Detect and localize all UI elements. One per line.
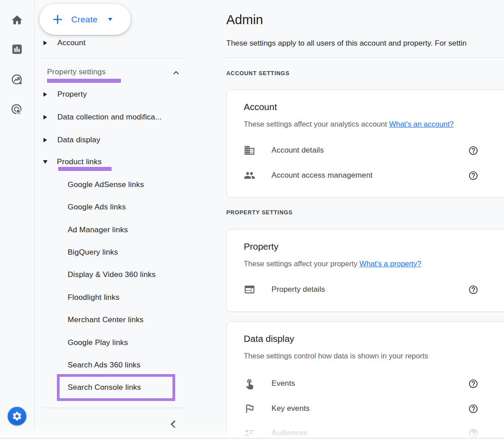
sidebar-item-label: Product links — [57, 158, 102, 166]
explore-icon[interactable] — [11, 73, 23, 86]
sidebar-item-search-console-links[interactable]: Search Console links — [68, 382, 141, 393]
card-row-label: Account details — [271, 146, 468, 155]
card-title: Property — [244, 241, 278, 252]
card-row-account-access-management[interactable]: Account access management — [244, 168, 478, 183]
card-row-label: Events — [271, 379, 468, 388]
divider — [226, 57, 504, 58]
sidebar-item-label: Google Ads links — [68, 203, 126, 212]
create-label: Create — [71, 15, 98, 25]
collapse-sidebar-chevron-left-icon[interactable] — [168, 419, 178, 429]
page-title: Admin — [226, 13, 263, 27]
sidebar-item-label: Search Console links — [68, 383, 141, 392]
card-title: Data display — [244, 333, 294, 344]
web-icon — [244, 284, 255, 295]
card-row-audiences[interactable]: Audiences — [244, 426, 478, 439]
sidebar-item-account[interactable]: Account — [43, 37, 86, 49]
divider — [43, 58, 181, 59]
sidebar-item-label: Google Play links — [68, 338, 128, 347]
section-label-property-settings: PROPERTY SETTINGS — [226, 209, 293, 216]
sidebar-item-product-links[interactable]: Product links — [43, 156, 102, 168]
annotation-underline-product-links — [58, 167, 112, 171]
section-label-account-settings: ACCOUNT SETTINGS — [226, 70, 289, 77]
ga-admin-page: Create Account Property settings Propert… — [0, 0, 504, 439]
sidebar-item-property[interactable]: Property — [43, 89, 87, 100]
settings-gear-icon[interactable] — [8, 407, 26, 426]
expand-right-icon — [43, 92, 47, 97]
expand-down-icon — [43, 160, 47, 164]
card-description: These settings affect your property What… — [244, 260, 421, 268]
building-icon — [244, 145, 255, 156]
help-icon[interactable] — [468, 285, 478, 295]
sidebar-item-search-ads-360-links[interactable]: Search Ads 360 links — [68, 359, 141, 371]
touch-icon — [244, 378, 255, 389]
admin-main-content: Admin These settings apply to all users … — [226, 0, 504, 439]
help-icon[interactable] — [468, 404, 478, 414]
card-row-label: Key events — [271, 404, 468, 413]
plus-icon — [52, 13, 64, 26]
help-icon[interactable] — [468, 145, 478, 156]
sidebar-item-label: Google AdSense links — [68, 180, 144, 189]
sidebar-item-label: Ad Manager links — [68, 226, 128, 234]
annotation-underline-property-settings — [47, 79, 121, 83]
sidebar-item-label: Merchant Center links — [68, 315, 144, 324]
card-description-text: These settings affect your analytics acc… — [244, 120, 389, 128]
help-icon[interactable] — [468, 170, 478, 181]
home-icon[interactable] — [11, 14, 23, 26]
sidebar-item-display-video-360-links[interactable]: Display & Video 360 links — [68, 269, 156, 281]
divider — [43, 408, 187, 408]
card-description: These settings affect your analytics acc… — [244, 120, 454, 128]
app-rail — [0, 0, 34, 439]
sidebar-item-label: Account — [57, 38, 86, 47]
sidebar-item-label: Search Ads 360 links — [68, 361, 141, 370]
card-title: Account — [244, 102, 277, 112]
card-description-text: These settings control how data is shown… — [244, 352, 428, 360]
sidebar-item-google-adsense-links[interactable]: Google AdSense links — [68, 179, 144, 191]
caret-down-icon — [108, 18, 112, 21]
help-icon[interactable] — [468, 379, 478, 389]
card-description-text: These settings affect your property — [244, 260, 359, 268]
flag-icon — [244, 403, 255, 414]
whats-an-account-link[interactable]: What's an account? — [389, 120, 453, 128]
data-display-card: Data display These settings control how … — [226, 321, 504, 439]
sidebar-item-label: BigQuery links — [68, 248, 118, 257]
expand-right-icon — [43, 115, 47, 119]
page-subtitle: These settings apply to all users of thi… — [226, 39, 466, 48]
card-description: These settings control how data is shown… — [244, 352, 428, 360]
sidebar-item-data-collection[interactable]: Data collection and modifica... — [43, 111, 162, 123]
card-row-label: Property details — [271, 285, 468, 294]
sidebar-item-label: Property — [57, 90, 87, 99]
sidebar-item-label: Floodlight links — [68, 293, 120, 302]
sidebar-item-floodlight-links[interactable]: Floodlight links — [68, 292, 120, 303]
sidebar-item-google-play-links[interactable]: Google Play links — [68, 337, 128, 349]
sidebar-section-property-settings[interactable]: Property settings — [47, 66, 106, 78]
card-row-events[interactable]: Events — [244, 376, 478, 391]
people-icon — [244, 170, 255, 181]
sidebar-item-label: Display & Video 360 links — [68, 270, 156, 279]
sidebar-item-merchant-center-links[interactable]: Merchant Center links — [68, 314, 144, 326]
card-row-label: Account access management — [271, 171, 468, 180]
audiences-icon — [244, 427, 255, 439]
advertising-icon[interactable] — [11, 103, 23, 116]
expand-right-icon — [43, 41, 47, 45]
card-row-label: Audiences — [271, 429, 468, 438]
sidebar-item-google-ads-links[interactable]: Google Ads links — [68, 201, 126, 213]
card-row-account-details[interactable]: Account details — [244, 143, 478, 158]
property-card: Property These settings affect your prop… — [226, 229, 504, 312]
chevron-up-icon[interactable] — [172, 69, 180, 76]
card-row-key-events[interactable]: Key events — [244, 401, 478, 416]
section-header-label: Property settings — [47, 68, 106, 77]
expand-right-icon — [43, 138, 47, 142]
reports-icon[interactable] — [11, 43, 23, 55]
help-icon[interactable] — [468, 428, 478, 439]
sidebar-item-bigquery-links[interactable]: BigQuery links — [68, 247, 118, 258]
sidebar-item-ad-manager-links[interactable]: Ad Manager links — [68, 224, 128, 236]
card-row-property-details[interactable]: Property details — [244, 282, 478, 297]
sidebar-item-label: Data display — [57, 136, 100, 145]
sidebar-item-data-display[interactable]: Data display — [43, 134, 100, 146]
sidebar-item-label: Data collection and modifica... — [57, 113, 162, 122]
account-card: Account These settings affect your analy… — [226, 90, 504, 198]
create-button[interactable]: Create — [39, 4, 131, 35]
whats-a-property-link[interactable]: What's a property? — [359, 260, 421, 268]
